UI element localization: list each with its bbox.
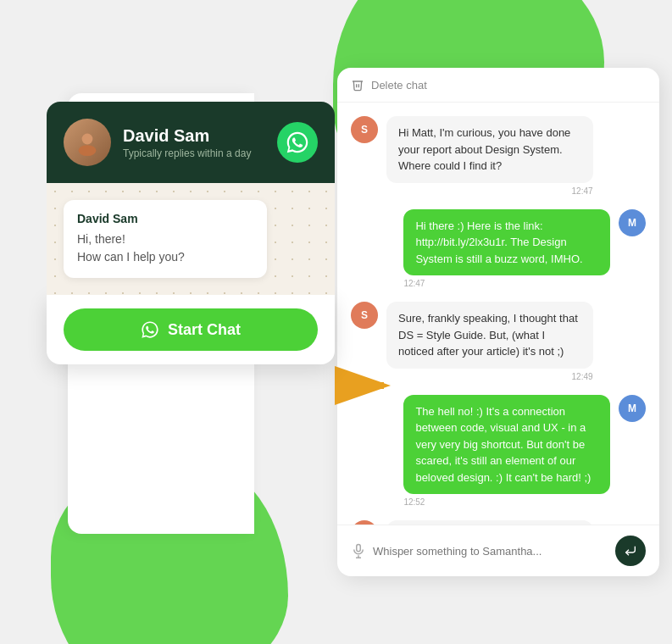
- message-row: S Sure, frankly speaking, I thought that…: [351, 302, 646, 381]
- delete-chat-label: Delete chat: [371, 79, 427, 92]
- message-time: 12:49: [386, 372, 593, 381]
- widget-contact-name: David Sam: [123, 126, 265, 146]
- message-content: The hell no! :) It's a connection betwee…: [403, 395, 610, 508]
- message-avatar: M: [619, 209, 646, 236]
- message-bubble: Sure, frankly speaking, I thought that D…: [386, 302, 593, 369]
- svg-rect-8: [357, 545, 361, 552]
- message-content: Hi there :) Here is the link: http://bit…: [403, 209, 610, 289]
- message-bubble: Hi there :) Here is the link: http://bit…: [403, 209, 610, 276]
- message-time: 12:52: [403, 497, 610, 507]
- start-chat-button[interactable]: Start Chat: [64, 308, 318, 351]
- widget-avatar: [64, 119, 111, 166]
- widget-contact-status: Typically replies within a day: [123, 147, 265, 159]
- bubble-text-line1: Hi, there!: [77, 230, 253, 248]
- widget-header: David Sam Typically replies within a day: [47, 102, 335, 183]
- message-row: S Hi Matt, I'm curious, you have done yo…: [351, 116, 646, 196]
- widget-body: David Sam Hi, there! How can I help you?: [47, 183, 335, 295]
- whatsapp-logo: [277, 122, 318, 163]
- whatsapp-widget: David Sam Typically replies within a day…: [47, 102, 335, 364]
- chat-panel: Delete chat S Hi Matt, I'm curious, you …: [337, 68, 659, 576]
- svg-point-12: [79, 145, 97, 156]
- message-avatar: S: [351, 302, 378, 329]
- bubble-sender-name: David Sam: [77, 212, 253, 225]
- mic-icon: [351, 543, 366, 558]
- svg-point-11: [82, 134, 93, 145]
- chat-panel-header: Delete chat: [337, 68, 659, 103]
- chat-messages: S Hi Matt, I'm curious, you have done yo…: [337, 103, 659, 525]
- whatsapp-btn-icon: [141, 320, 159, 339]
- message-time: 12:47: [403, 279, 610, 288]
- chat-input-area: [337, 525, 659, 576]
- send-button[interactable]: [615, 536, 646, 566]
- message-time: 12:47: [386, 186, 593, 196]
- delete-icon: [351, 78, 364, 92]
- bubble-text-line2: How can I help you?: [77, 248, 253, 266]
- message-row: M The hell no! :) It's a connection betw…: [351, 395, 646, 508]
- arrow-svg: [335, 364, 394, 407]
- message-avatar: M: [619, 395, 646, 422]
- chat-bubble: David Sam Hi, there! How can I help you?: [64, 200, 267, 278]
- start-chat-label: Start Chat: [168, 321, 241, 339]
- message-bubble: The hell no! :) It's a connection betwee…: [403, 395, 610, 495]
- arrow-indicator: [335, 364, 394, 410]
- widget-footer: Start Chat: [47, 295, 335, 364]
- message-avatar: S: [351, 116, 378, 143]
- message-bubble: Hi Matt, I'm curious, you have done your…: [386, 116, 593, 183]
- message-content: Sure, frankly speaking, I thought that D…: [386, 302, 593, 381]
- chat-input[interactable]: [373, 545, 608, 558]
- message-row: M Hi there :) Here is the link: http://b…: [351, 209, 646, 289]
- widget-header-info: David Sam Typically replies within a day: [123, 126, 265, 159]
- message-content: Hi Matt, I'm curious, you have done your…: [386, 116, 593, 196]
